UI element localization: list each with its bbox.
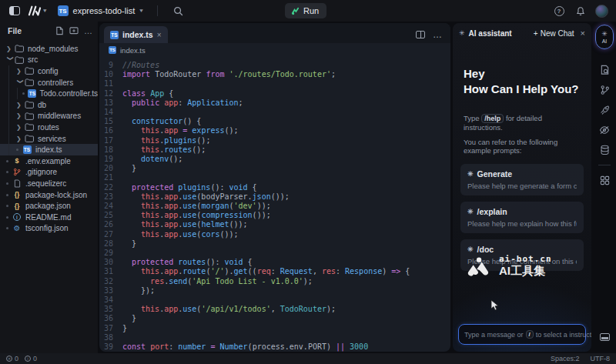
code-line[interactable]: 36} [99,314,450,323]
sidebar-toggle-icon[interactable] [8,4,22,18]
bell-icon[interactable] [574,4,588,18]
code-line[interactable]: 22protected plugins(): void { [99,183,450,192]
project-switcher[interactable]: TS express-todo-list ▾ [58,5,143,16]
editor-more-icon[interactable]: … [433,29,443,40]
code-line[interactable]: 9//Routes [99,61,450,70]
ai-bot-logo-icon [467,256,493,276]
prompt-card-Generate[interactable]: ✳GeneratePlease help me generate a form … [460,164,584,195]
code-line[interactable]: 35this.app.use('/api/v1/todos', TodoRout… [99,305,450,314]
rail-item-file-preview[interactable] [593,60,616,80]
tree-file-package.json[interactable]: {}package.json [0,200,98,212]
rail-item-database[interactable] [593,140,616,160]
indentation-status[interactable]: Spaces:2 [551,355,580,362]
tree-file-Todo.controller.ts[interactable]: TSTodo.controller.ts [0,88,98,99]
encoding-status[interactable]: UTF-8 [591,355,611,362]
split-editor-icon[interactable] [416,31,425,38]
git-status-dot [6,171,8,173]
code-area[interactable]: 9//Routes10import TodoRouter from './rou… [99,57,450,352]
tree-file-.env.example[interactable]: $.env.example [0,155,98,167]
code-line[interactable]: 28} [99,239,450,249]
close-icon[interactable]: × [581,28,585,38]
tree-file-package-lock.json[interactable]: {}package-lock.json [0,189,98,201]
code-line[interactable]: 16this.app = express(); [99,126,450,135]
tree-file-.gitignore[interactable]: .gitignore [0,167,98,179]
code-line[interactable]: 23this.app.use(bodyParser.json()); [99,192,450,202]
tree-folder-config[interactable]: ❯config [0,65,98,77]
search-icon[interactable] [172,4,186,18]
tree-folder-services[interactable]: ❯services [0,133,98,145]
tree-file-README.md[interactable]: iREADME.md [0,212,98,223]
code-line[interactable]: 11 [99,79,450,88]
tree-folder-src[interactable]: ❯src [0,55,98,66]
git-status-dot [22,92,25,95]
warnings-status[interactable]: i 0 [25,355,37,362]
slash-keycap: / [526,330,534,339]
code-line[interactable]: 29 [99,249,450,258]
chevron-right-icon: ❯ [16,124,24,131]
code-line[interactable]: 34 [99,296,450,305]
tree-folder-controllers[interactable]: ❯controllers [0,77,98,88]
breadcrumb[interactable]: TS index.ts [99,43,450,57]
code-line[interactable]: 18this.routes(); [99,145,450,155]
avatar[interactable] [595,5,608,18]
tree-file-.sequelizerc[interactable]: .sequelizerc [0,178,98,189]
code-line[interactable]: 32res.send('Api Todo List - v1.0.0'); [99,277,450,286]
rail-item-source-control[interactable] [593,80,616,100]
code-line[interactable]: 17this.plugins(); [99,136,450,145]
code-line[interactable]: 21 [99,173,450,182]
tree-file-index.ts[interactable]: TSindex.ts [0,144,98,155]
tree-folder-node_modules[interactable]: ❯node_modules [0,43,98,55]
more-icon[interactable]: … [84,26,93,35]
code-line[interactable]: 12class App { [99,89,450,99]
help-icon[interactable]: ? [552,4,566,18]
line-number: 14 [99,108,122,117]
panel-toggle-icon[interactable] [593,327,616,347]
chat-input[interactable]: Type a message or / to select a instruct… [458,324,586,345]
code-line[interactable]: 33}); [99,286,450,296]
rail-item-code-review-eye[interactable] [593,120,616,140]
code-line[interactable]: 19dotenv(); [99,155,450,164]
chevron-down-icon: ❯ [17,78,24,86]
tree-file-tsconfig.json[interactable]: ⚙tsconfig.json [0,223,98,235]
code-line[interactable]: 38 [99,333,450,342]
code-line[interactable]: 27this.app.use(cors()); [99,230,450,239]
code-line[interactable]: 37} [99,324,450,333]
code-line[interactable]: 25this.app.use(compression()); [99,211,450,220]
code-line[interactable]: 20} [99,164,450,173]
help-keycap: /help [481,114,504,123]
close-icon[interactable]: × [157,31,162,39]
code-line[interactable]: 10import TodoRouter from './routes/Todo.… [99,70,450,79]
code-line[interactable]: 24this.app.use(morgan('dev')); [99,202,450,211]
code-line[interactable]: 26this.app.use(helmet()); [99,220,450,229]
rail-item-ai-assistant[interactable]: ✳ AI [595,25,614,49]
new-file-icon[interactable] [55,26,64,35]
errors-status[interactable]: ✕ 0 [6,355,18,362]
line-number: 10 [99,70,122,79]
rail-item-deploy-rocket[interactable] [593,100,616,120]
topbar: ▾ TS express-todo-list ▾ Run ? [0,0,616,22]
line-number: 39 [99,342,122,352]
rail-item-extensions-grid[interactable] [593,170,616,190]
run-button[interactable]: Run [285,3,326,18]
marscode-logo-icon[interactable]: ▾ [28,5,47,17]
file-explorer: File … ❯node_modules❯src❯config❯controll… [0,22,98,353]
new-folder-icon[interactable] [69,26,79,35]
code-line[interactable]: 13public app: Application; [99,99,450,108]
tree-item-label: config [38,67,59,75]
tree-folder-db[interactable]: ❯db [0,99,98,111]
tree-folder-middlewares[interactable]: ❯middlewares [0,111,98,122]
file-icon [12,179,22,188]
tree-folder-routes[interactable]: ❯routes [0,122,98,133]
env-icon: $ [12,157,22,165]
code-line[interactable]: 31this.app.route('/').get((req: Request,… [99,267,450,276]
chevron-down-icon: ❯ [7,56,14,64]
code-line[interactable]: 14 [99,108,450,117]
code-line[interactable]: 39const port: number = Number(process.en… [99,342,450,352]
prompt-card-explain[interactable]: ✳/explainPlease help me explain how this… [460,202,584,233]
new-chat-button[interactable]: +New Chat [534,29,574,38]
code-line[interactable]: 15constructor() { [99,117,450,126]
code-line[interactable]: 30protected routes(): void { [99,258,450,267]
tree-item-label: db [38,101,46,109]
tab-index-ts[interactable]: TS index.ts × [104,26,168,43]
ts-badge-icon: TS [58,5,69,16]
